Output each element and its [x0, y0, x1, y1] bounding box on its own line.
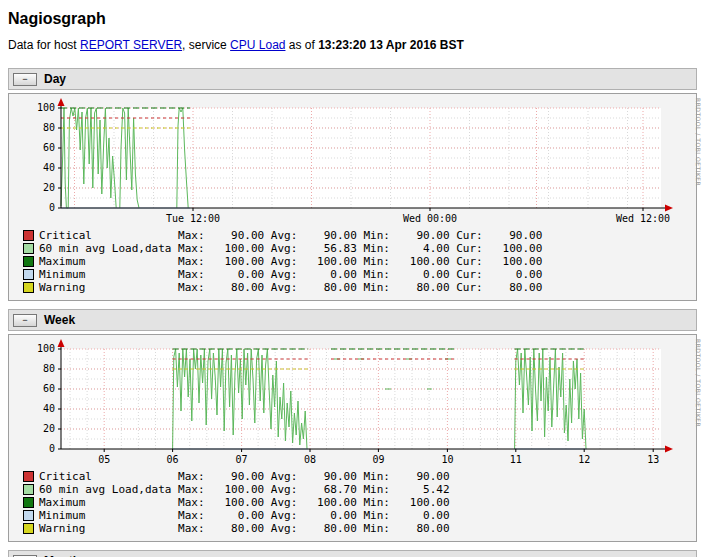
legend-stat-min: Min: 80.00 — [363, 281, 449, 294]
legend-row-warning: WarningMax: 80.00Avg: 80.00Min: 80.00Cur… — [23, 281, 694, 294]
legend-stat-max: Max: 0.00 — [178, 268, 264, 281]
legend-label: Maximum — [39, 255, 178, 268]
svg-text:40: 40 — [43, 403, 55, 414]
week-graph-panel: 020406080100050607080910111213 RRDTOOL /… — [8, 334, 697, 542]
svg-text:12: 12 — [578, 454, 590, 465]
legend-stat-max: Max: 80.00 — [178, 281, 264, 294]
week-legend: CriticalMax: 90.00Avg: 90.00Min: 90.0060… — [23, 470, 694, 535]
legend-stat-min: Min: 80.00 — [363, 522, 449, 535]
legend-swatch — [23, 523, 34, 534]
day-legend: CriticalMax: 90.00Avg: 90.00Min: 90.00Cu… — [23, 229, 694, 294]
legend-row-minimum: MinimumMax: 0.00Avg: 0.00Min: 0.00 — [23, 509, 694, 522]
legend-stat-max: Max: 100.00 — [178, 496, 264, 509]
legend-row-60-min-avg-load-data: 60 min avg Load,dataMax: 100.00Avg: 68.7… — [23, 483, 694, 496]
legend-stat-cur: Cur: 0.00 — [456, 268, 542, 281]
svg-text:Tue 12:00: Tue 12:00 — [166, 213, 220, 224]
legend-swatch — [23, 269, 34, 280]
legend-stat-min: Min: 4.00 — [363, 242, 449, 255]
legend-stat-avg: Avg: 90.00 — [271, 470, 357, 483]
legend-stat-min: Min: 90.00 — [363, 229, 449, 242]
rrdtool-watermark: RRDTOOL / TOBI OETIKER — [695, 98, 702, 186]
legend-stat-avg: Avg: 0.00 — [271, 509, 357, 522]
legend-row-60-min-avg-load-data: 60 min avg Load,dataMax: 100.00Avg: 56.8… — [23, 242, 694, 255]
svg-text:80: 80 — [43, 363, 55, 374]
legend-row-maximum: MaximumMax: 100.00Avg: 100.00Min: 100.00… — [23, 255, 694, 268]
day-graph-area: 020406080100Tue 12:00Wed 00:00Wed 12:00 … — [13, 98, 694, 226]
legend-swatch — [23, 243, 34, 254]
svg-text:60: 60 — [43, 383, 55, 394]
legend-stat-min: Min: 5.42 — [363, 483, 449, 496]
legend-stat-avg: Avg: 56.83 — [271, 242, 357, 255]
page-title: Nagiosgraph — [8, 10, 697, 28]
legend-label: 60 min avg Load,data — [39, 242, 178, 255]
week-chart: 020406080100050607080910111213 — [13, 339, 677, 467]
month-section-header: − Month — [8, 550, 697, 557]
legend-stat-avg: Avg: 100.00 — [271, 255, 357, 268]
legend-stat-avg: Avg: 90.00 — [271, 229, 357, 242]
svg-text:06: 06 — [167, 454, 179, 465]
legend-label: Minimum — [39, 268, 178, 281]
svg-text:09: 09 — [372, 454, 384, 465]
legend-stat-max: Max: 100.00 — [178, 242, 264, 255]
legend-swatch — [23, 230, 34, 241]
legend-swatch — [23, 510, 34, 521]
rrdtool-watermark: RRDTOOL / TOBI OETIKER — [695, 339, 702, 427]
legend-swatch — [23, 497, 34, 508]
svg-text:0: 0 — [49, 202, 55, 213]
legend-stat-max: Max: 0.00 — [178, 509, 264, 522]
legend-swatch — [23, 282, 34, 293]
legend-label: Minimum — [39, 509, 178, 522]
svg-text:Wed 12:00: Wed 12:00 — [616, 213, 670, 224]
legend-stat-min: Min: 100.00 — [363, 496, 449, 509]
legend-swatch — [23, 471, 34, 482]
day-section-label: Day — [44, 72, 66, 86]
subtitle-prefix: Data for host — [8, 38, 80, 52]
legend-stat-min: Min: 0.00 — [363, 509, 449, 522]
legend-swatch — [23, 484, 34, 495]
legend-stat-max: Max: 100.00 — [178, 483, 264, 496]
week-section-header: − Week — [8, 309, 697, 331]
legend-stat-min: Min: 90.00 — [363, 470, 449, 483]
svg-text:Wed 00:00: Wed 00:00 — [403, 213, 457, 224]
week-collapse-button[interactable]: − — [13, 314, 37, 327]
timestamp: 13:23:20 13 Apr 2016 BST — [318, 38, 464, 52]
subtitle-separator: , service — [182, 38, 230, 52]
legend-stat-avg: Avg: 0.00 — [271, 268, 357, 281]
svg-text:20: 20 — [43, 423, 55, 434]
subtitle-as-of: as of — [285, 38, 318, 52]
legend-stat-cur: Cur: 100.00 — [456, 255, 542, 268]
nagiosgraph-page: Nagiosgraph Data for host REPORT SERVER,… — [0, 0, 705, 557]
svg-text:08: 08 — [304, 454, 316, 465]
legend-stat-avg: Avg: 80.00 — [271, 281, 357, 294]
day-section-header: − Day — [8, 68, 697, 90]
service-link[interactable]: CPU Load — [230, 38, 285, 52]
legend-stat-max: Max: 100.00 — [178, 255, 264, 268]
legend-row-critical: CriticalMax: 90.00Avg: 90.00Min: 90.00 — [23, 470, 694, 483]
legend-label: Warning — [39, 522, 178, 535]
svg-text:40: 40 — [43, 162, 55, 173]
legend-stat-min: Min: 100.00 — [363, 255, 449, 268]
svg-text:60: 60 — [43, 142, 55, 153]
day-collapse-button[interactable]: − — [13, 73, 37, 86]
svg-text:07: 07 — [236, 454, 248, 465]
legend-stat-avg: Avg: 100.00 — [271, 496, 357, 509]
svg-text:20: 20 — [43, 182, 55, 193]
legend-stat-avg: Avg: 80.00 — [271, 522, 357, 535]
svg-text:11: 11 — [510, 454, 522, 465]
svg-text:0: 0 — [49, 443, 55, 454]
legend-label: Warning — [39, 281, 178, 294]
legend-label: 60 min avg Load,data — [39, 483, 178, 496]
legend-stat-cur: Cur: 80.00 — [456, 281, 542, 294]
legend-row-critical: CriticalMax: 90.00Avg: 90.00Min: 90.00Cu… — [23, 229, 694, 242]
svg-text:80: 80 — [43, 122, 55, 133]
week-section-label: Week — [44, 313, 75, 327]
legend-stat-cur: Cur: 100.00 — [456, 242, 542, 255]
legend-label: Critical — [39, 229, 178, 242]
svg-text:100: 100 — [37, 102, 55, 113]
host-link[interactable]: REPORT SERVER — [80, 38, 182, 52]
legend-row-warning: WarningMax: 80.00Avg: 80.00Min: 80.00 — [23, 522, 694, 535]
legend-stat-cur: Cur: 90.00 — [456, 229, 542, 242]
legend-swatch — [23, 256, 34, 267]
svg-text:100: 100 — [37, 343, 55, 354]
legend-stat-avg: Avg: 68.70 — [271, 483, 357, 496]
